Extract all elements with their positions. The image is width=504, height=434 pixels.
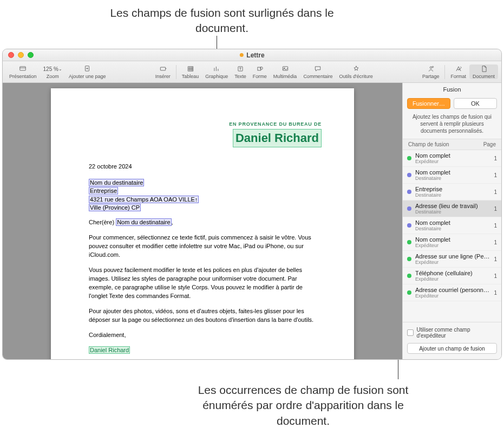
toolbar-format[interactable]: Format: [447, 64, 469, 79]
merge-field-recipient-name[interactable]: Nom du destinataire: [89, 179, 144, 186]
svg-point-10: [432, 66, 433, 67]
list-item-title: Adresse courriel (personnelle): [415, 287, 490, 293]
color-dot-icon: [407, 223, 411, 228]
closing: Cordialement,: [89, 331, 316, 340]
toolbar: Présentation 125 % ⌄ Zoom Ajouter une pa…: [3, 61, 501, 83]
list-item-subtitle: Expéditeur: [415, 276, 490, 282]
toolbar-table[interactable]: Tableau: [179, 64, 202, 79]
merge-field-list-item[interactable]: Téléphone (cellulaire)Expéditeur1: [403, 268, 501, 284]
sidebar-help-text: Ajoutez les champs de fusion qui servent…: [403, 113, 501, 139]
ok-button[interactable]: OK: [454, 98, 497, 109]
toolbar-insert[interactable]: Insérer: [152, 64, 174, 79]
list-item-subtitle: Destinataire: [415, 192, 490, 198]
share-icon: [426, 64, 436, 73]
list-item-subtitle: Expéditeur: [415, 293, 490, 299]
list-item-page: 1: [494, 273, 497, 279]
toolbar-writing-tools[interactable]: Outils d'écriture: [336, 64, 376, 79]
toolbar-text[interactable]: Texte: [231, 64, 250, 79]
inspector-sidebar: Fusion Fusionner… OK Ajoutez les champs …: [402, 83, 501, 359]
list-item-title: Adresse (lieu de travail): [415, 203, 490, 209]
toolbar-share[interactable]: Partage: [419, 64, 443, 79]
modified-indicator-icon: [239, 53, 243, 57]
list-item-subtitle: Destinataire: [415, 226, 490, 231]
letterhead-small: EN PROVENANCE DU BUREAU DE: [89, 121, 322, 128]
insert-icon: [158, 64, 168, 73]
list-item-page: 1: [494, 256, 497, 262]
merge-field-address-line2[interactable]: Ville (Province) CP: [89, 204, 141, 211]
list-item-main: Téléphone (cellulaire)Expéditeur: [415, 270, 490, 282]
sidebar-list-header: Champ de fusion Page: [403, 139, 501, 150]
list-item-page: 1: [494, 172, 497, 178]
color-dot-icon: [407, 274, 411, 278]
list-item-page: 1: [494, 189, 497, 195]
media-icon: [280, 64, 291, 73]
shape-icon: [254, 64, 265, 73]
toolbar-add-page[interactable]: Ajouter une page: [66, 64, 109, 79]
toolbar-separator: [444, 65, 445, 79]
list-item-title: Nom complet: [415, 152, 490, 159]
list-item-title: Nom complet: [415, 236, 490, 243]
list-item-main: Nom completExpéditeur: [415, 236, 490, 248]
merge-field-address-line1[interactable]: 4321 rue des Champs AOA OAO VILLE↑: [89, 196, 199, 203]
checkbox-label: Utiliser comme champ d'expéditeur: [417, 327, 497, 339]
toolbar-chart[interactable]: Graphique: [202, 64, 231, 79]
color-dot-icon: [407, 173, 411, 177]
merge-field-list-item[interactable]: EntrepriseDestinataire1: [403, 184, 501, 200]
list-item-main: Adresse courriel (personnelle)Expéditeur: [415, 287, 490, 299]
zoom-value-label: 125 % ⌄: [43, 64, 62, 73]
close-window-button[interactable]: [8, 52, 14, 58]
list-item-main: Nom completDestinataire: [415, 219, 490, 231]
list-item-subtitle: Destinataire: [415, 209, 490, 215]
toolbar-zoom[interactable]: 125 % ⌄ Zoom: [40, 64, 66, 79]
merge-field-signature[interactable]: Daniel Richard: [89, 346, 130, 354]
toolbar-separator: [176, 65, 176, 79]
list-item-subtitle: Expéditeur: [415, 159, 490, 164]
merge-field-list-item[interactable]: Adresse sur une ligne (Perso)Expéditeur1: [403, 251, 501, 268]
merge-field-list: Nom completExpéditeur1Nom completDestina…: [403, 150, 501, 322]
use-as-sender-checkbox-row[interactable]: Utiliser comme champ d'expéditeur: [407, 327, 497, 339]
chart-icon: [211, 64, 222, 73]
merge-field-company[interactable]: Entreprise: [89, 187, 118, 195]
merge-field-list-item[interactable]: Adresse courriel (personnelle)Expéditeur…: [403, 284, 501, 301]
merge-field-list-item[interactable]: Nom completExpéditeur1: [403, 150, 501, 167]
merge-field-sender-name[interactable]: Daniel Richard: [233, 129, 322, 147]
list-item-subtitle: Expéditeur: [415, 243, 490, 248]
merge-field-list-item[interactable]: Nom completDestinataire1: [403, 217, 501, 234]
svg-rect-0: [20, 67, 26, 70]
color-dot-icon: [407, 156, 411, 160]
merge-field-list-item[interactable]: Nom completExpéditeur1: [403, 234, 501, 251]
minimize-window-button[interactable]: [18, 52, 24, 58]
body-paragraph-1: Pour commencer, sélectionnez ce texte fi…: [89, 234, 316, 260]
toolbar-media[interactable]: Multimédia: [270, 64, 300, 79]
list-item-title: Entreprise: [415, 186, 490, 192]
merge-field-list-item[interactable]: Adresse (lieu de travail)Destinataire1: [403, 200, 501, 217]
list-item-main: Nom completExpéditeur: [415, 152, 490, 164]
color-dot-icon: [407, 240, 411, 244]
window-controls: [8, 52, 34, 58]
list-item-title: Téléphone (cellulaire): [415, 270, 490, 276]
color-dot-icon: [407, 206, 411, 211]
add-merge-field-button[interactable]: Ajouter un champ de fusion: [407, 343, 497, 354]
toolbar-document[interactable]: Document: [469, 64, 498, 79]
toolbar-shape[interactable]: Forme: [250, 64, 270, 79]
salutation: Cher(ère) Nom du destinataire,: [89, 218, 316, 227]
document-canvas[interactable]: EN PROVENANCE DU BUREAU DE Daniel Richar…: [3, 83, 402, 359]
salutation-prefix: Cher(ère): [89, 219, 114, 225]
fullscreen-window-button[interactable]: [28, 52, 34, 58]
checkbox-icon[interactable]: [407, 329, 414, 336]
signature-block: Daniel Richard: [89, 346, 316, 355]
list-item-subtitle: Destinataire: [415, 176, 490, 181]
document-page: EN PROVENANCE DU BUREAU DE Daniel Richar…: [51, 88, 354, 359]
toolbar-comment[interactable]: Commentaire: [300, 64, 336, 79]
address-block: Nom du destinataire Entreprise 4321 rue …: [89, 179, 316, 212]
merge-field-list-item[interactable]: Nom completDestinataire1: [403, 167, 501, 184]
color-dot-icon: [407, 190, 411, 194]
merge-button[interactable]: Fusionner…: [407, 98, 450, 109]
toolbar-presentation[interactable]: Présentation: [6, 64, 40, 79]
merge-field-salutation-name[interactable]: Nom du destinataire: [116, 218, 171, 226]
window-title-text: Lettre: [246, 51, 264, 59]
comment-icon: [312, 64, 323, 73]
list-item-subtitle: Expéditeur: [415, 260, 490, 265]
list-item-main: Adresse (lieu de travail)Destinataire: [415, 203, 490, 215]
titlebar: Lettre: [3, 49, 501, 61]
